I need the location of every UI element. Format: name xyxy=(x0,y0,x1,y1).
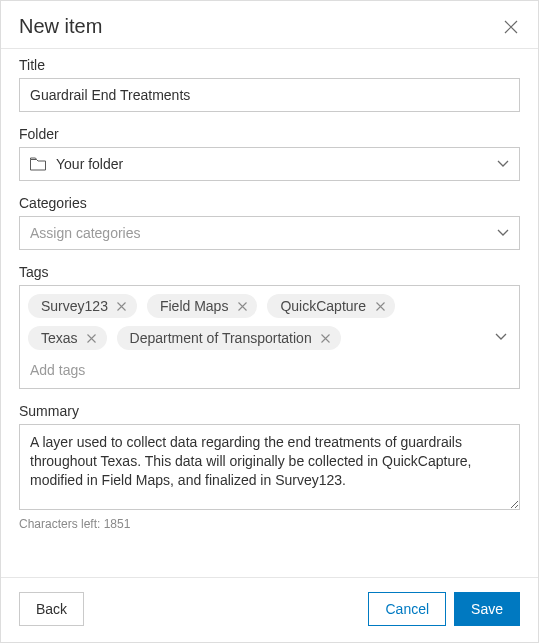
tag-remove-button[interactable] xyxy=(236,300,248,312)
close-icon xyxy=(238,302,247,311)
folder-label: Folder xyxy=(19,126,520,142)
categories-label: Categories xyxy=(19,195,520,211)
dialog-body: Title Folder Your folder Categories Assi… xyxy=(1,49,538,577)
folder-icon xyxy=(30,157,48,171)
save-button[interactable]: Save xyxy=(454,592,520,626)
summary-textarea[interactable] xyxy=(19,424,520,510)
tags-wrap: Survey123 Field Maps QuickCapture xyxy=(28,294,483,382)
close-icon xyxy=(376,302,385,311)
tag-chip: Texas xyxy=(28,326,107,350)
tag-remove-button[interactable] xyxy=(374,300,386,312)
summary-label: Summary xyxy=(19,403,520,419)
folder-selected-value: Your folder xyxy=(56,156,123,172)
tag-chip: Field Maps xyxy=(147,294,257,318)
categories-select[interactable]: Assign categories xyxy=(19,216,520,250)
close-icon xyxy=(321,334,330,343)
back-button[interactable]: Back xyxy=(19,592,84,626)
dialog-title: New item xyxy=(19,15,102,38)
cancel-button[interactable]: Cancel xyxy=(368,592,446,626)
tag-remove-button[interactable] xyxy=(320,332,332,344)
tag-label: Survey123 xyxy=(41,298,108,314)
tag-label: Field Maps xyxy=(160,298,228,314)
folder-field: Folder Your folder xyxy=(19,126,520,181)
categories-placeholder: Assign categories xyxy=(30,225,141,241)
close-icon xyxy=(87,334,96,343)
title-input[interactable] xyxy=(19,78,520,112)
tag-remove-button[interactable] xyxy=(86,332,98,344)
tag-remove-button[interactable] xyxy=(116,300,128,312)
tags-input-box[interactable]: Survey123 Field Maps QuickCapture xyxy=(19,285,520,389)
tag-label: Texas xyxy=(41,330,78,346)
chevron-down-icon xyxy=(495,333,507,341)
tag-label: QuickCapture xyxy=(280,298,366,314)
tags-field: Tags Survey123 Field Maps xyxy=(19,264,520,389)
folder-select[interactable]: Your folder xyxy=(19,147,520,181)
new-item-dialog: New item Title Folder Your folder xyxy=(0,0,539,643)
footer-actions: Cancel Save xyxy=(368,592,520,626)
close-button[interactable] xyxy=(502,18,520,36)
close-icon xyxy=(117,302,126,311)
tag-chip: Survey123 xyxy=(28,294,137,318)
tag-label: Department of Transportation xyxy=(130,330,312,346)
dialog-footer: Back Cancel Save xyxy=(1,578,538,642)
title-label: Title xyxy=(19,57,520,73)
dialog-header: New item xyxy=(1,1,538,48)
chevron-down-icon xyxy=(497,160,509,168)
title-field: Title xyxy=(19,57,520,112)
summary-char-counter: Characters left: 1851 xyxy=(19,517,520,531)
tag-chip: Department of Transportation xyxy=(117,326,341,350)
chevron-down-icon xyxy=(497,229,509,237)
tags-add-input[interactable] xyxy=(28,358,168,382)
tags-label: Tags xyxy=(19,264,520,280)
summary-field: Summary Characters left: 1851 xyxy=(19,403,520,531)
close-icon xyxy=(504,20,518,34)
categories-field: Categories Assign categories xyxy=(19,195,520,250)
tag-chip: QuickCapture xyxy=(267,294,395,318)
